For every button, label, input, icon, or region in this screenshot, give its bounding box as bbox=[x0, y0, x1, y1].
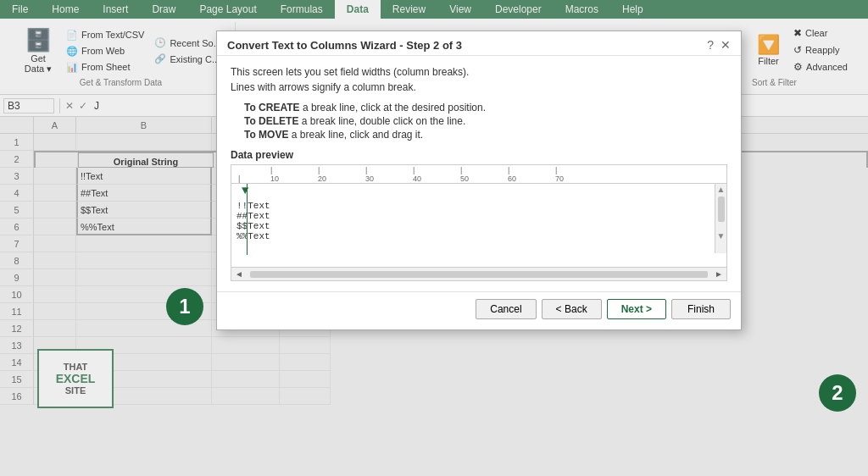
preview-area[interactable]: ▼ !!Text ##Text $$Text %%Text ▲ ▼ bbox=[231, 183, 727, 268]
scroll-down-icon[interactable]: ▼ bbox=[715, 230, 726, 241]
scroll-right-icon[interactable]: ► bbox=[711, 269, 726, 279]
ruler-60: 60 bbox=[508, 174, 516, 183]
ruler-30: 30 bbox=[365, 174, 374, 183]
ruler-50-tick: | bbox=[460, 166, 462, 174]
finish-button[interactable]: Finish bbox=[671, 299, 731, 319]
scroll-up-icon[interactable]: ▲ bbox=[715, 184, 726, 195]
preview-line-3: $$Text bbox=[236, 221, 721, 231]
dialog-instructions: To CREATE a break line, click at the des… bbox=[231, 102, 727, 141]
ruler-20-tick: | bbox=[318, 166, 320, 174]
ruler-60-tick: | bbox=[508, 166, 509, 174]
ruler-50: 50 bbox=[460, 174, 469, 183]
dialog-title: Convert Text to Columns Wizard - Step 2 … bbox=[227, 39, 462, 52]
step-badge-2: 2 bbox=[819, 374, 856, 412]
ruler-40-tick: | bbox=[413, 166, 415, 174]
dialog-controls: ? ✕ bbox=[707, 38, 731, 52]
dialog-help-icon[interactable]: ? bbox=[707, 38, 714, 52]
preview-line-1: !!Text bbox=[236, 201, 721, 211]
ruler-start: | bbox=[238, 174, 240, 183]
dialog-desc2: Lines with arrows signify a column break… bbox=[231, 81, 727, 93]
cancel-button[interactable]: Cancel bbox=[476, 299, 536, 319]
next-button[interactable]: Next > bbox=[607, 299, 666, 319]
instruction-create: To CREATE a break line, click at the des… bbox=[231, 102, 727, 113]
back-button[interactable]: < Back bbox=[542, 299, 602, 319]
data-preview-label: Data preview bbox=[231, 149, 727, 161]
ruler-10: 10 bbox=[270, 174, 279, 183]
dialog-body: This screen lets you set field widths (c… bbox=[217, 56, 741, 291]
preview-line-4: %%Text bbox=[236, 231, 721, 241]
instruction-delete-action: To DELETE bbox=[244, 115, 298, 127]
ruler-70-tick: | bbox=[555, 166, 557, 174]
preview-scrollbar-y[interactable]: ▲ ▼ bbox=[715, 184, 726, 253]
step-badge-1: 1 bbox=[166, 288, 203, 325]
ruler-10-tick: | bbox=[270, 166, 272, 174]
scroll-left-icon[interactable]: ◄ bbox=[231, 269, 247, 279]
scroll-thumb-y[interactable] bbox=[718, 196, 725, 222]
dialog-title-bar: Convert Text to Columns Wizard - Step 2 … bbox=[217, 31, 741, 56]
dialog-close-icon[interactable]: ✕ bbox=[721, 38, 731, 52]
preview-scrollbar-x[interactable]: ◄ ► bbox=[231, 268, 727, 281]
instruction-move: To MOVE a break line, click and drag it. bbox=[231, 129, 727, 141]
preview-content: ▼ !!Text ##Text $$Text %%Text bbox=[231, 184, 726, 267]
instruction-create-action: To CREATE bbox=[244, 102, 300, 113]
scroll-thumb-x[interactable] bbox=[250, 271, 708, 278]
dialog: Convert Text to Columns Wizard - Step 2 … bbox=[216, 30, 742, 330]
ruler-40: 40 bbox=[413, 174, 421, 183]
preview-line-2: ##Text bbox=[236, 211, 721, 221]
ruler: | 10 | 20 | 30 | 40 | 50 | 60 | 70 | bbox=[231, 164, 727, 183]
break-arrow-icon: ▼ bbox=[242, 184, 248, 197]
dialog-footer: Cancel < Back Next > Finish bbox=[217, 291, 741, 329]
ruler-20: 20 bbox=[318, 174, 326, 183]
dialog-desc1: This screen lets you set field widths (c… bbox=[231, 66, 727, 78]
instruction-move-action: To MOVE bbox=[244, 129, 288, 141]
ruler-30-tick: | bbox=[365, 166, 367, 174]
preview-text: !!Text ##Text $$Text %%Text bbox=[236, 187, 721, 241]
instruction-delete: To DELETE a break line, double click on … bbox=[231, 115, 727, 127]
ruler-70: 70 bbox=[555, 174, 564, 183]
